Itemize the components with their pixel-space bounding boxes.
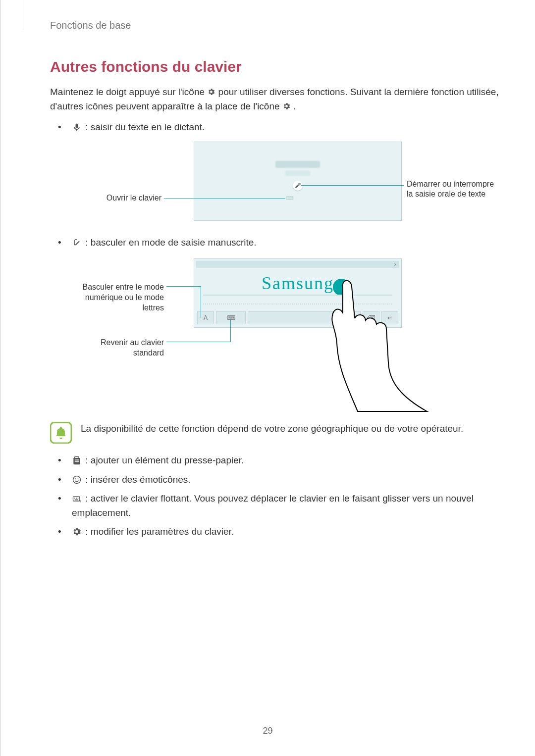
svg-rect-4 (73, 497, 80, 501)
bullet-mic: : saisir du texte en le dictant. (55, 120, 500, 135)
keyboard-toggle-icon: ⌨ (286, 195, 294, 202)
svg-point-1 (73, 476, 81, 483)
bullet-float-text: : activer le clavier flottant. Vous pouv… (72, 493, 474, 518)
callout-return-keyboard: Revenir au clavier standard (85, 338, 164, 358)
callout-start-stop: Démarrer ou interrompre la saisie orale … (407, 179, 496, 200)
clipboard-icon (72, 455, 82, 465)
note-text: La disponibilité de cette fonction dépen… (81, 422, 463, 436)
gear-icon (282, 101, 291, 109)
intro-text: Maintenez le doigt appuyé sur l'icône po… (50, 85, 500, 113)
handwriting-sample: Samsung (194, 273, 401, 294)
note-box: La disponibilité de cette fonction dépen… (50, 422, 500, 444)
svg-rect-6 (76, 498, 77, 499)
svg-rect-9 (80, 500, 81, 502)
enter-icon: ↵ (381, 311, 398, 324)
breadcrumb: Fonctions de base (50, 20, 500, 31)
svg-rect-7 (78, 498, 79, 499)
bullet-gear-text: : modifier les paramètres du clavier. (83, 526, 234, 537)
figure-voice-input: 🎤 ⌨ Ouvrir le clavier Démarrer ou interr… (95, 142, 501, 226)
page-number: 29 (0, 726, 535, 736)
svg-point-2 (75, 478, 76, 479)
backspace-icon: ⌫ (363, 311, 379, 324)
voice-keyboard-mock: 🎤 ⌨ (194, 142, 402, 221)
bullet-clipboard: : ajouter un élément du presse-papier. (55, 454, 500, 468)
bullet-emoji-text: : insérer des émoticônes. (83, 474, 191, 485)
bullet-floating: : activer le clavier flottant. Vous pouv… (55, 492, 500, 520)
svg-rect-8 (75, 500, 78, 501)
bullet-pen-text: : basculer en mode de saisie manuscrite. (83, 237, 257, 248)
gear-icon (72, 527, 82, 537)
bullet-mic-text: : saisir du texte en le dictant. (83, 122, 205, 132)
mode-toggle-icon: A (197, 311, 214, 324)
bullet-emoji: : insérer des émoticônes. (55, 473, 500, 487)
emoji-icon (72, 475, 82, 485)
callout-open-keyboard: Ouvrir le clavier (67, 193, 161, 203)
mic-button-icon: 🎤 (293, 181, 303, 191)
page-title: Autres fonctions du clavier (50, 58, 500, 75)
touch-indicator-icon (333, 279, 350, 296)
callout-mode-toggle: Basculer entre le mode numérique ou le m… (65, 282, 164, 313)
bell-icon (50, 422, 72, 444)
microphone-icon (72, 122, 82, 132)
intro-part1: Maintenez le doigt appuyé sur l'icône (50, 87, 207, 97)
bullet-settings: : modifier les paramètres du clavier. (55, 525, 500, 539)
svg-rect-5 (74, 498, 75, 499)
handwriting-icon (72, 238, 82, 248)
figure-handwriting: Samsung A ⌨ ⌫ ↵ Basculer entre le mode n… (95, 258, 501, 407)
svg-point-3 (78, 478, 79, 479)
bullet-clip-text: : ajouter un élément du presse-papier. (83, 455, 244, 465)
floating-keyboard-icon (72, 494, 82, 504)
gear-icon (207, 86, 215, 95)
handwriting-keyboard-mock: Samsung A ⌨ ⌫ ↵ (194, 258, 402, 328)
intro-part3: . (293, 101, 296, 111)
bullet-handwriting: : basculer en mode de saisie manuscrite. (55, 236, 500, 250)
keyboard-return-icon: ⌨ (216, 311, 246, 324)
